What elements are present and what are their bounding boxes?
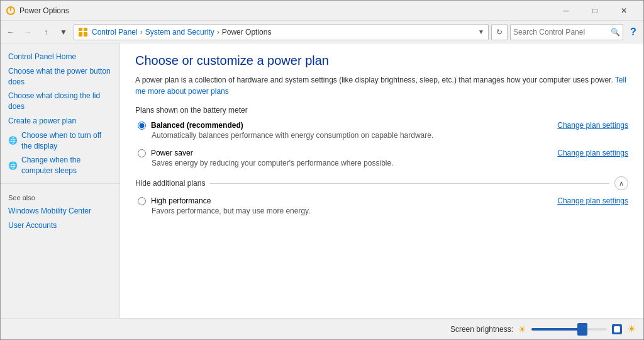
brightness-slider[interactable] (531, 328, 607, 331)
change-plan-link-balanced[interactable]: Change plan settings (557, 121, 628, 130)
plan-header-high-performance: High performance Change plan settings (138, 196, 628, 205)
plan-item-high-performance: High performance Change plan settings Fa… (135, 196, 628, 215)
breadcrumb-control-panel[interactable]: Control Panel (92, 28, 138, 37)
bottom-bar: Screen brightness: ☀ ☀ (1, 318, 643, 339)
title-bar: Power Options ─ □ ✕ (1, 1, 643, 21)
sidebar-label: Create a power plan (8, 116, 76, 127)
see-also-label: See also (8, 194, 35, 201)
breadcrumb-dropdown-button[interactable]: ▼ (478, 28, 484, 35)
plan-desc-balanced: Automatically balances performance with … (152, 131, 628, 140)
recent-locations-button[interactable]: ▼ (56, 25, 71, 40)
change-plan-link-power-saver[interactable]: Change plan settings (557, 149, 628, 157)
search-input[interactable] (513, 28, 611, 37)
minimize-button[interactable]: ─ (552, 1, 580, 21)
address-bar: ← → ↑ ▼ Control Panel › System and Secur… (1, 21, 643, 43)
refresh-button[interactable]: ↻ (491, 24, 508, 40)
sidebar-label: User Accounts (8, 220, 57, 231)
radio-power-saver[interactable] (138, 149, 146, 157)
hide-plans-button[interactable]: ∧ (614, 176, 628, 190)
main-container: Control Panel Home Choose what the power… (1, 43, 643, 318)
plan-header-balanced: Balanced (recommended) Change plan setti… (138, 121, 628, 130)
globe-icon: 🌐 (8, 161, 18, 171)
plan-name-high-performance: High performance (151, 196, 211, 205)
breadcrumb-current: Power Options (222, 28, 272, 37)
forward-button[interactable]: → (21, 25, 36, 40)
brightness-bright-icon: ☀ (627, 323, 636, 335)
sidebar-item-computer-sleeps[interactable]: 🌐 Change when the computer sleeps (1, 153, 119, 178)
brightness-dim-icon: ☀ (518, 324, 526, 334)
radio-balanced[interactable] (138, 122, 146, 130)
sidebar-label: Control Panel Home (8, 52, 76, 62)
description-text: A power plan is a collection of hardware… (135, 76, 613, 84)
window-title: Power Options (19, 6, 552, 15)
plan-radio-label-balanced[interactable]: Balanced (recommended) (138, 121, 243, 130)
svg-rect-2 (79, 28, 82, 31)
plan-item-balanced: Balanced (recommended) Change plan setti… (135, 121, 628, 140)
up-button[interactable]: ↑ (38, 25, 53, 40)
sidebar-item-lid-close[interactable]: Choose what closing the lid does (1, 89, 119, 114)
hide-plans-label: Hide additional plans (135, 179, 205, 188)
plan-item-power-saver: Power saver Change plan settings Saves e… (135, 149, 628, 167)
maximize-button[interactable]: □ (580, 1, 609, 21)
svg-rect-6 (614, 326, 620, 332)
plan-name-power-saver: Power saver (151, 149, 193, 157)
window-controls: ─ □ ✕ (552, 1, 638, 21)
svg-rect-5 (84, 32, 87, 37)
help-button[interactable]: ? (626, 25, 641, 40)
close-button[interactable]: ✕ (609, 1, 638, 21)
change-plan-link-high-performance[interactable]: Change plan settings (557, 196, 628, 205)
plans-section-title: Plans shown on the battery meter (135, 106, 628, 115)
sidebar-label: Choose when to turn off the display (21, 130, 112, 152)
sidebar-divider (1, 183, 119, 184)
window-icon (6, 6, 16, 16)
sidebar-item-power-button[interactable]: Choose what the power button does (1, 64, 119, 89)
sidebar-item-create-plan[interactable]: Create a power plan (1, 114, 119, 128)
search-button[interactable]: 🔍 (611, 28, 620, 37)
sidebar-label: Change when the computer sleeps (21, 155, 112, 176)
breadcrumb-bar: Control Panel › System and Security › Po… (74, 24, 489, 40)
back-button[interactable]: ← (3, 25, 18, 40)
page-description: A power plan is a collection of hardware… (135, 74, 628, 97)
sidebar-item-mobility-center[interactable]: Windows Mobility Center (1, 204, 119, 218)
sidebar-item-control-panel-home[interactable]: Control Panel Home (1, 50, 119, 64)
see-also-section: See also (1, 194, 119, 204)
svg-rect-3 (84, 28, 87, 31)
sidebar: Control Panel Home Choose what the power… (1, 43, 120, 318)
plan-desc-high-performance: Favors performance, but may use more ene… (152, 207, 628, 215)
page-title: Choose or customize a power plan (135, 54, 628, 68)
breadcrumb-system-security[interactable]: System and Security (145, 28, 214, 37)
radio-high-performance[interactable] (138, 197, 146, 205)
search-box: 🔍 (510, 24, 623, 40)
plan-name-balanced: Balanced (recommended) (151, 121, 243, 130)
sidebar-label: Choose what closing the lid does (8, 91, 112, 112)
sidebar-label: Windows Mobility Center (8, 206, 91, 217)
sidebar-label: Choose what the power button does (8, 66, 112, 88)
sidebar-item-user-accounts[interactable]: User Accounts (1, 218, 119, 233)
sidebar-item-turn-off-display[interactable]: 🌐 Choose when to turn off the display (1, 128, 119, 154)
power-icon (612, 324, 622, 334)
hide-plans-line (210, 183, 609, 184)
brightness-label: Screen brightness: (450, 325, 513, 334)
plan-header-power-saver: Power saver Change plan settings (138, 149, 628, 157)
globe-icon: 🌐 (8, 135, 18, 146)
content-area: Choose or customize a power plan A power… (120, 43, 643, 318)
plan-radio-label-power-saver[interactable]: Power saver (138, 149, 193, 157)
svg-rect-4 (79, 32, 82, 37)
plan-desc-power-saver: Saves energy by reducing your computer's… (152, 159, 628, 167)
plan-radio-label-high-performance[interactable]: High performance (138, 196, 211, 205)
hide-plans-header: Hide additional plans ∧ (135, 176, 628, 190)
